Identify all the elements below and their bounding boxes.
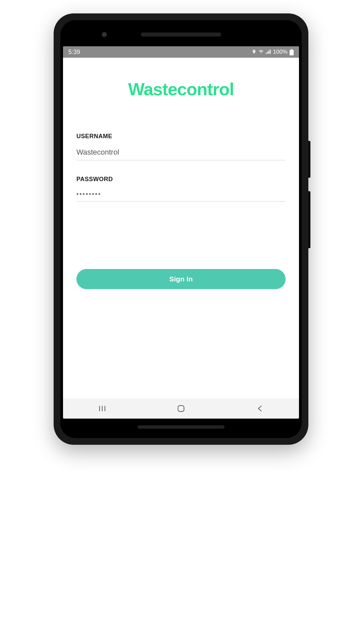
svg-rect-2 xyxy=(268,50,269,54)
phone-frame: 5:39 xyxy=(54,13,308,445)
speaker-slot xyxy=(141,33,221,37)
status-indicators: 100% xyxy=(252,49,294,56)
login-screen: Wastecontrol USERNAME PASSWORD Sign In xyxy=(63,58,299,398)
front-camera-icon xyxy=(102,32,107,37)
password-label: PASSWORD xyxy=(76,176,286,183)
battery-percent: 100% xyxy=(273,49,288,55)
svg-rect-3 xyxy=(270,49,270,54)
username-label: USERNAME xyxy=(76,133,286,140)
signal-icon xyxy=(266,49,271,56)
phone-inner-bezel: 5:39 xyxy=(60,20,302,438)
status-bar: 5:39 xyxy=(63,46,299,58)
username-group: USERNAME xyxy=(76,133,286,160)
home-button[interactable] xyxy=(171,402,191,415)
recents-icon xyxy=(99,406,106,412)
bottom-speaker-slot xyxy=(137,425,225,429)
back-icon xyxy=(257,405,262,412)
phone-top-bezel xyxy=(63,23,299,46)
username-input[interactable] xyxy=(76,147,286,160)
phone-screen: 5:39 xyxy=(63,46,299,419)
password-input[interactable] xyxy=(76,190,286,202)
home-icon xyxy=(177,405,185,412)
sign-in-button[interactable]: Sign In xyxy=(76,269,286,289)
location-icon xyxy=(252,49,256,56)
phone-bottom-bezel xyxy=(63,419,299,435)
svg-rect-1 xyxy=(267,52,268,54)
app-title: Wastecontrol xyxy=(76,79,286,99)
svg-rect-5 xyxy=(290,50,294,55)
wifi-icon xyxy=(258,49,264,56)
phone-side-button xyxy=(308,141,310,178)
battery-icon xyxy=(290,49,294,56)
svg-rect-4 xyxy=(291,49,293,50)
svg-rect-9 xyxy=(178,406,184,412)
status-time: 5:39 xyxy=(68,49,80,56)
android-nav-bar xyxy=(63,398,299,419)
password-group: PASSWORD xyxy=(76,176,286,202)
back-button[interactable] xyxy=(250,402,270,415)
recents-button[interactable] xyxy=(92,402,112,415)
svg-rect-0 xyxy=(266,53,266,54)
phone-side-button xyxy=(308,191,310,248)
